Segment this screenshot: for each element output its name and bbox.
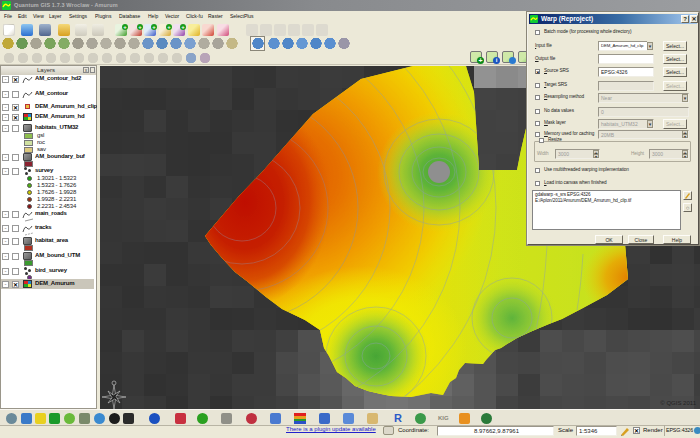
svg-text:© QGIS 2011: © QGIS 2011 — [660, 400, 696, 406]
